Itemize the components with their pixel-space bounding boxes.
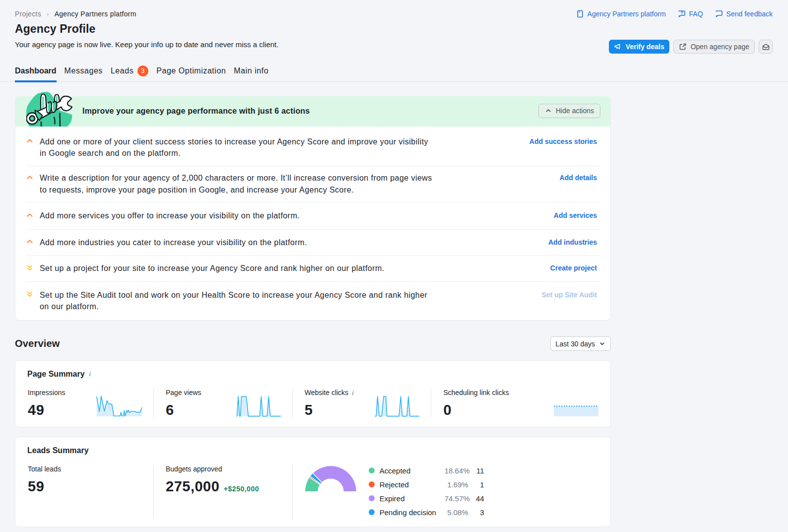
svg-text:?: ? <box>680 10 683 15</box>
